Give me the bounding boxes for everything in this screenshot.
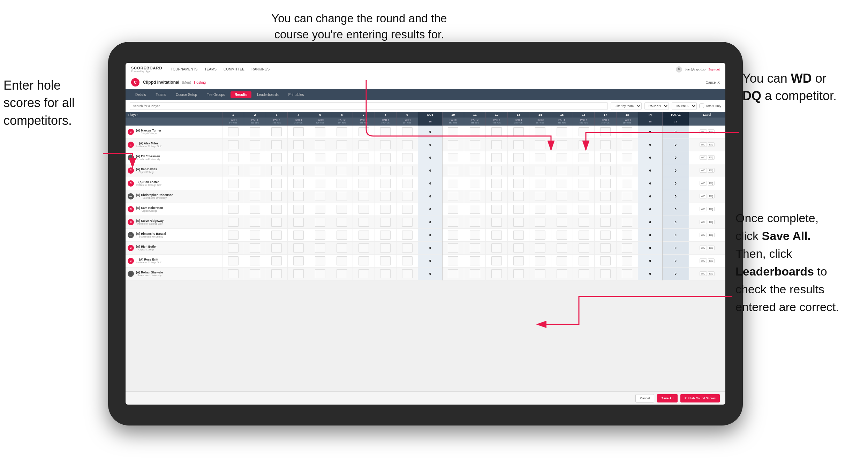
- hole-9-input-row-4[interactable]: [402, 179, 413, 188]
- hole-5-input-row-4[interactable]: [315, 179, 325, 188]
- dq-btn-row-3[interactable]: DQ: [708, 168, 715, 173]
- hole-11-input-row-0[interactable]: [470, 127, 480, 136]
- hole-6-input-row-3[interactable]: [337, 166, 347, 175]
- hole-17-input-row-7[interactable]: [600, 218, 611, 227]
- totals-only-toggle[interactable]: Totals Only: [700, 104, 721, 108]
- hole-16-input-row-11[interactable]: [579, 269, 589, 278]
- hole-16-input-row-5[interactable]: [579, 192, 589, 201]
- hole-3-input-row-5[interactable]: [271, 192, 282, 201]
- hole-12-input-row-0[interactable]: [491, 127, 502, 136]
- hole-3-input-row-4[interactable]: [271, 179, 282, 188]
- hole-1-input-row-1[interactable]: [228, 140, 239, 149]
- hole-13-input-row-8[interactable]: [513, 231, 524, 240]
- hole-15-input-row-2[interactable]: [557, 153, 567, 162]
- hole-1-input-row-11[interactable]: [228, 269, 239, 278]
- hole-9-input-row-3[interactable]: [402, 166, 413, 175]
- hole-14-input-row-1[interactable]: [535, 140, 545, 149]
- publish-round-scores-btn[interactable]: Publish Round Scores: [680, 394, 720, 402]
- dq-btn-row-9[interactable]: DQ: [708, 246, 715, 250]
- hole-9-input-row-11[interactable]: [402, 269, 413, 278]
- hole-13-input-row-3[interactable]: [513, 166, 524, 175]
- hole-9-input-row-2[interactable]: [402, 153, 413, 162]
- hole-15-input-row-6[interactable]: [557, 205, 567, 214]
- hole-11-input-row-5[interactable]: [470, 192, 480, 201]
- hole-13-input-row-6[interactable]: [513, 205, 524, 214]
- hole-11-input-row-1[interactable]: [470, 140, 480, 149]
- hole-5-input-row-2[interactable]: [315, 153, 325, 162]
- hole-6-input-row-1[interactable]: [337, 140, 347, 149]
- hole-12-input-row-11[interactable]: [491, 269, 502, 278]
- hole-12-input-row-9[interactable]: [491, 243, 502, 253]
- hole-18-input-row-10[interactable]: [622, 256, 632, 265]
- hole-14-input-row-9[interactable]: [535, 243, 545, 253]
- hole-18-input-row-8[interactable]: [622, 231, 632, 240]
- course-select[interactable]: Course A Course B: [672, 102, 697, 110]
- hole-18-input-row-7[interactable]: [622, 218, 632, 227]
- hole-12-input-row-2[interactable]: [491, 153, 502, 162]
- hole-14-input-row-4[interactable]: [535, 179, 545, 188]
- hole-7-input-row-4[interactable]: [358, 179, 369, 188]
- hole-16-input-row-2[interactable]: [579, 153, 589, 162]
- wd-btn-row-1[interactable]: WD: [700, 142, 707, 147]
- hole-1-input-row-3[interactable]: [228, 166, 239, 175]
- hole-6-input-row-11[interactable]: [337, 269, 347, 278]
- dq-btn-row-5[interactable]: DQ: [708, 194, 715, 198]
- hole-1-input-row-9[interactable]: [228, 243, 239, 253]
- hole-4-input-row-9[interactable]: [293, 243, 304, 253]
- hole-7-input-row-7[interactable]: [358, 218, 369, 227]
- hole-11-input-row-8[interactable]: [470, 231, 480, 240]
- hole-8-input-row-11[interactable]: [380, 269, 391, 278]
- hole-16-input-row-8[interactable]: [579, 231, 589, 240]
- hole-14-input-row-6[interactable]: [535, 205, 545, 214]
- hole-18-input-row-6[interactable]: [622, 205, 632, 214]
- hole-15-input-row-8[interactable]: [557, 231, 567, 240]
- hole-2-input-row-5[interactable]: [250, 192, 260, 201]
- hole-11-input-row-3[interactable]: [470, 166, 480, 175]
- hole-1-input-row-5[interactable]: [228, 192, 239, 201]
- hole-15-input-row-5[interactable]: [557, 192, 567, 201]
- wd-btn-row-2[interactable]: WD: [700, 155, 707, 160]
- hole-7-input-row-1[interactable]: [358, 140, 369, 149]
- hole-10-input-row-0[interactable]: [448, 127, 458, 136]
- hole-6-input-row-0[interactable]: [337, 127, 347, 136]
- hole-5-input-row-10[interactable]: [315, 256, 325, 265]
- hole-7-input-row-0[interactable]: [358, 127, 369, 136]
- hole-11-input-row-7[interactable]: [470, 218, 480, 227]
- wd-btn-row-10[interactable]: WD: [700, 258, 707, 263]
- hole-5-input-row-5[interactable]: [315, 192, 325, 201]
- hole-7-input-row-5[interactable]: [358, 192, 369, 201]
- hole-18-input-row-4[interactable]: [622, 179, 632, 188]
- hole-2-input-row-11[interactable]: [250, 269, 260, 278]
- hole-4-input-row-10[interactable]: [293, 256, 304, 265]
- hole-4-input-row-6[interactable]: [293, 205, 304, 214]
- save-all-btn[interactable]: Save All: [657, 394, 678, 402]
- wd-btn-row-5[interactable]: WD: [700, 194, 707, 198]
- dq-btn-row-7[interactable]: DQ: [708, 220, 715, 224]
- hole-6-input-row-7[interactable]: [337, 218, 347, 227]
- hole-13-input-row-7[interactable]: [513, 218, 524, 227]
- hole-17-input-row-1[interactable]: [600, 140, 611, 149]
- hole-12-input-row-5[interactable]: [491, 192, 502, 201]
- tab-course-setup[interactable]: Course Setup: [172, 91, 201, 98]
- dq-btn-row-8[interactable]: DQ: [708, 233, 715, 237]
- hole-14-input-row-0[interactable]: [535, 127, 545, 136]
- nav-committee[interactable]: COMMITTEE: [224, 67, 244, 71]
- dq-btn-row-0[interactable]: DQ: [708, 129, 715, 134]
- hole-15-input-row-3[interactable]: [557, 166, 567, 175]
- hole-2-input-row-1[interactable]: [250, 140, 260, 149]
- hole-18-input-row-1[interactable]: [622, 140, 632, 149]
- hole-8-input-row-10[interactable]: [380, 256, 391, 265]
- hole-10-input-row-3[interactable]: [448, 166, 458, 175]
- hole-16-input-row-1[interactable]: [579, 140, 589, 149]
- hole-6-input-row-4[interactable]: [337, 179, 347, 188]
- hole-12-input-row-8[interactable]: [491, 231, 502, 240]
- hole-4-input-row-11[interactable]: [293, 269, 304, 278]
- hole-7-input-row-10[interactable]: [358, 256, 369, 265]
- hole-17-input-row-5[interactable]: [600, 192, 611, 201]
- hole-6-input-row-5[interactable]: [337, 192, 347, 201]
- hole-14-input-row-2[interactable]: [535, 153, 545, 162]
- hole-2-input-row-2[interactable]: [250, 153, 260, 162]
- hole-10-input-row-2[interactable]: [448, 153, 458, 162]
- hole-17-input-row-0[interactable]: [600, 127, 611, 136]
- hole-17-input-row-6[interactable]: [600, 205, 611, 214]
